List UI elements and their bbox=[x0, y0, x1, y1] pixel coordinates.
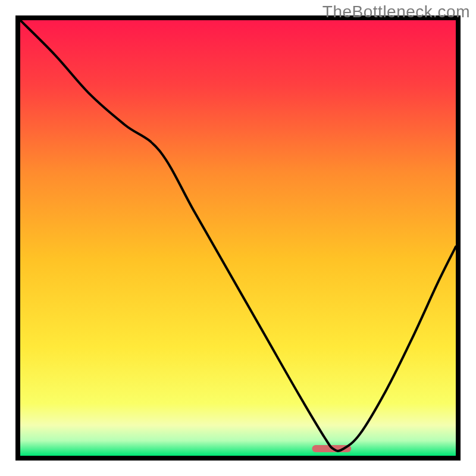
chart-background-gradient bbox=[20, 20, 456, 456]
chart-container: TheBottleneck.com bbox=[0, 0, 476, 476]
bottleneck-chart bbox=[0, 0, 476, 476]
watermark-text: TheBottleneck.com bbox=[322, 2, 470, 21]
